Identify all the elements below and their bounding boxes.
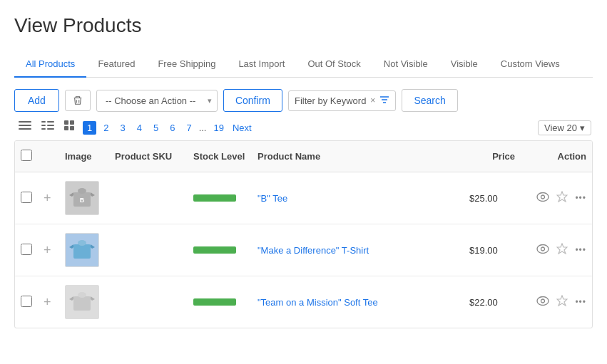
page-3[interactable]: 3 bbox=[116, 121, 129, 135]
row1-star-icon[interactable] bbox=[556, 191, 568, 205]
row3-product-image bbox=[65, 285, 99, 319]
toolbar: Add -- Choose an Action -- ▾ Confirm Fil… bbox=[14, 89, 593, 112]
row3-price-value: $22.00 bbox=[469, 297, 498, 308]
row2-eye-icon[interactable] bbox=[536, 244, 549, 256]
select-all-header bbox=[15, 141, 38, 172]
page-4[interactable]: 4 bbox=[133, 121, 146, 135]
row3-eye-icon[interactable] bbox=[536, 296, 549, 308]
tab-all-products[interactable]: All Products bbox=[14, 51, 86, 78]
view-per-page[interactable]: View 20 ▾ bbox=[538, 120, 591, 135]
row2-checkbox[interactable] bbox=[21, 244, 32, 255]
pagination: 1 2 3 4 5 6 7 ... 19 Next bbox=[83, 121, 252, 135]
tab-free-shipping[interactable]: Free Shipping bbox=[146, 51, 227, 78]
row1-stock bbox=[188, 172, 252, 224]
filter-keyword-label: Filter by Keyword bbox=[295, 95, 366, 106]
row1-product-image: B bbox=[65, 181, 99, 215]
page-7[interactable]: 7 bbox=[182, 121, 195, 135]
table-row: + B bbox=[15, 172, 592, 224]
products-table: Image Product SKU Stock Level Product Na… bbox=[15, 141, 592, 328]
svg-marker-26 bbox=[91, 244, 95, 249]
row1-product-link[interactable]: "B" Tee bbox=[257, 193, 287, 204]
svg-rect-3 bbox=[19, 121, 31, 123]
row2-stock bbox=[188, 224, 252, 276]
choose-action-select[interactable]: -- Choose an Action -- bbox=[96, 90, 218, 112]
row1-checkbox[interactable] bbox=[21, 192, 32, 203]
row3-plus-icon[interactable]: + bbox=[44, 295, 51, 309]
tab-not-visible[interactable]: Not Visible bbox=[372, 51, 439, 78]
row3-name: "Team on a Mission" Soft Tee bbox=[252, 276, 464, 328]
row1-price-value: $25.00 bbox=[469, 193, 498, 204]
filter-keyword-box: Filter by Keyword × bbox=[288, 90, 396, 111]
row3-price: $22.00 bbox=[464, 276, 521, 328]
filter-funnel-icon[interactable] bbox=[379, 95, 389, 107]
svg-point-28 bbox=[537, 245, 549, 254]
row2-actions: ••• bbox=[521, 224, 592, 276]
trash-icon bbox=[73, 95, 83, 105]
row1-more-icon[interactable]: ••• bbox=[575, 193, 586, 203]
select-all-checkbox[interactable] bbox=[21, 150, 32, 161]
row3-star-icon[interactable] bbox=[556, 295, 568, 309]
row2-product-link[interactable]: "Make a Difference" T-Shirt bbox=[257, 245, 369, 256]
page-6[interactable]: 6 bbox=[165, 121, 179, 135]
row2-star-icon[interactable] bbox=[556, 243, 568, 257]
row1-plus-cell: + bbox=[38, 172, 59, 224]
svg-rect-13 bbox=[70, 120, 74, 125]
tab-last-import[interactable]: Last Import bbox=[227, 51, 296, 78]
svg-rect-15 bbox=[70, 126, 74, 130]
row3-more-icon[interactable]: ••• bbox=[575, 297, 586, 307]
svg-marker-18 bbox=[91, 192, 95, 197]
table-row: + bbox=[15, 224, 592, 276]
tab-custom-views[interactable]: Custom Views bbox=[489, 51, 571, 78]
row3-image-cell bbox=[59, 276, 109, 328]
row1-image-cell: B bbox=[59, 172, 109, 224]
row2-plus-cell: + bbox=[38, 224, 59, 276]
svg-rect-31 bbox=[73, 296, 91, 311]
list-view1-icon[interactable] bbox=[16, 120, 34, 135]
row2-action-icons: ••• bbox=[526, 243, 586, 257]
confirm-button[interactable]: Confirm bbox=[223, 89, 282, 112]
row1-plus-icon[interactable]: + bbox=[44, 191, 51, 205]
page-19[interactable]: 19 bbox=[209, 121, 228, 135]
row2-image-cell bbox=[59, 224, 109, 276]
row1-eye-icon[interactable] bbox=[536, 192, 549, 204]
view-per-page-chevron: ▾ bbox=[580, 123, 585, 133]
svg-rect-10 bbox=[41, 128, 46, 130]
add-button[interactable]: Add bbox=[14, 89, 59, 112]
svg-marker-25 bbox=[69, 244, 73, 249]
grid-view-icon[interactable] bbox=[61, 119, 78, 136]
svg-point-35 bbox=[537, 297, 549, 306]
row2-sku bbox=[109, 224, 188, 276]
table-row: + bbox=[15, 276, 592, 328]
page-5[interactable]: 5 bbox=[149, 121, 163, 135]
row2-more-icon[interactable]: ••• bbox=[575, 245, 586, 255]
tab-visible[interactable]: Visible bbox=[439, 51, 489, 78]
name-col-header: Product Name bbox=[252, 141, 464, 172]
row1-checkbox-cell bbox=[15, 172, 38, 224]
svg-point-36 bbox=[541, 299, 545, 303]
svg-rect-27 bbox=[78, 240, 86, 246]
svg-rect-19 bbox=[78, 188, 86, 194]
page-ellipsis: ... bbox=[199, 123, 207, 133]
row3-product-link[interactable]: "Team on a Mission" Soft Tee bbox=[257, 297, 378, 308]
price-col-header: Price bbox=[464, 141, 521, 172]
tab-out-of-stock[interactable]: Out Of Stock bbox=[296, 51, 372, 78]
row3-checkbox[interactable] bbox=[21, 296, 32, 307]
action-col-header: Action bbox=[521, 141, 592, 172]
row2-plus-icon[interactable]: + bbox=[44, 243, 51, 257]
tab-featured[interactable]: Featured bbox=[86, 51, 146, 78]
delete-button[interactable] bbox=[65, 90, 91, 111]
svg-marker-30 bbox=[557, 244, 567, 254]
row2-product-image bbox=[65, 233, 99, 267]
row3-action-icons: ••• bbox=[526, 295, 586, 309]
row1-sku bbox=[109, 172, 188, 224]
svg-rect-4 bbox=[19, 125, 31, 126]
page-2[interactable]: 2 bbox=[99, 121, 113, 135]
add-col-header bbox=[38, 141, 59, 172]
search-button[interactable]: Search bbox=[402, 89, 457, 112]
page-1[interactable]: 1 bbox=[83, 121, 96, 135]
svg-point-22 bbox=[541, 195, 545, 199]
list-view2-icon[interactable] bbox=[39, 120, 57, 135]
filter-clear-icon[interactable]: × bbox=[370, 95, 375, 105]
next-button[interactable]: Next bbox=[233, 123, 252, 133]
svg-rect-14 bbox=[64, 126, 68, 130]
